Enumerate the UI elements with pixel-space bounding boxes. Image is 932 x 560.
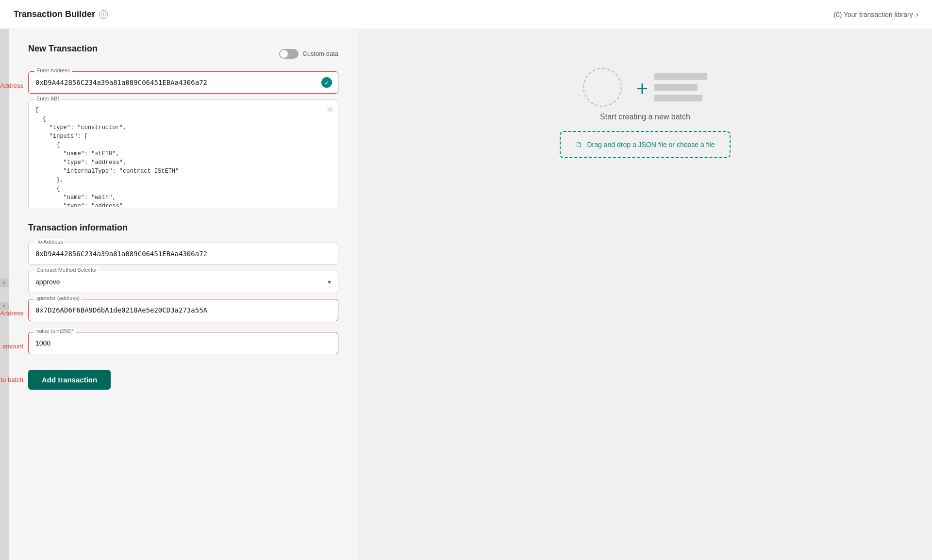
custom-data-toggle-container: Custom data <box>279 49 338 59</box>
pufeth-amount-annotation: pufETH amount <box>0 343 23 350</box>
header-left: Transaction Builder ⓘ <box>14 9 108 19</box>
main-layout: » » New Transaction Custom data PufferVa… <box>0 29 932 560</box>
left-panel: New Transaction Custom data PufferVaultV… <box>9 29 358 560</box>
value-row: pufETH amount value (uint256)* <box>28 332 338 360</box>
library-link[interactable]: (0) Your transaction library › <box>833 10 918 19</box>
transaction-info-title: Transaction information <box>28 223 338 233</box>
address-check-icon: ✓ <box>321 77 332 88</box>
method-selector-label: Contract Method Selector <box>34 267 99 273</box>
value-field-wrapper: value (uint256)* <box>28 332 338 360</box>
dashed-circle <box>583 68 622 107</box>
line-bar-1 <box>654 73 707 80</box>
spender-row: ValidatorTicket Address spender (address… <box>28 299 338 327</box>
library-link-text: (0) Your transaction library <box>833 11 913 18</box>
right-panel: + Start creating a new batch 🗋 Drag and … <box>358 29 932 560</box>
to-address-container: To Address <box>28 243 338 265</box>
spender-field-wrapper: spender (address) <box>28 299 338 327</box>
enter-address-input-container: Enter Address ✓ <box>28 71 338 94</box>
drop-zone-text: Drag and drop a JSON file or choose a fi… <box>587 141 715 148</box>
new-transaction-title: New Transaction <box>28 44 98 54</box>
dashed-circle-wrapper <box>583 68 627 107</box>
to-address-label: To Address <box>34 239 65 245</box>
library-chevron-icon: › <box>916 10 918 19</box>
value-label: value (uint256)* <box>34 328 76 334</box>
abi-textarea[interactable]: [ { "type": "constructor", "inputs": [ {… <box>29 100 338 207</box>
add-transaction-button[interactable]: Add transaction <box>28 370 111 390</box>
app-header: Transaction Builder ⓘ (0) Your transacti… <box>0 0 932 29</box>
line-bar-3 <box>654 95 702 101</box>
new-transaction-header: New Transaction Custom data <box>28 44 338 64</box>
plus-lines-group: + <box>636 73 708 101</box>
enter-address-field-wrapper: Enter Address ✓ <box>28 71 338 99</box>
transaction-info-section: Transaction information To Address Contr… <box>28 223 338 390</box>
value-input-container: value (uint256)* <box>28 332 338 354</box>
line-bar-2 <box>654 84 698 91</box>
plus-icon: + <box>636 77 649 100</box>
spender-label: spender (address) <box>34 295 82 301</box>
add-to-batch-annotation: Add to batch <box>0 376 23 383</box>
sidebar-toggle-left[interactable]: » » <box>0 29 9 560</box>
lines-stack <box>654 73 707 101</box>
file-icon: 🗋 <box>575 141 582 148</box>
to-address-input[interactable] <box>29 243 338 264</box>
spender-input-container: spender (address) <box>28 299 338 321</box>
add-batch-row: Add to batch Add transaction <box>28 370 338 390</box>
enter-address-input[interactable] <box>29 72 338 93</box>
enter-address-label: Enter Address <box>34 67 72 73</box>
custom-data-label: Custom data <box>302 50 338 57</box>
enter-address-row: PufferVaultV2 Address Enter Address ✓ <box>28 71 338 99</box>
enter-abi-label: Enter ABI <box>34 96 61 101</box>
abi-copy-icon[interactable]: ⊞ <box>327 105 333 113</box>
sidebar-toggle-btn-top[interactable]: » <box>0 279 9 287</box>
spender-input[interactable] <box>29 299 338 321</box>
info-icon[interactable]: ⓘ <box>99 10 108 19</box>
puffer-vault-annotation: PufferVaultV2 Address <box>0 82 23 89</box>
method-selector-container: Contract Method Selector approve ▾ <box>28 271 338 293</box>
validator-ticket-annotation: ValidatorTicket Address <box>0 310 23 317</box>
custom-data-toggle[interactable] <box>279 49 299 59</box>
app-title: Transaction Builder <box>14 9 95 19</box>
illustration-wrapper: + <box>583 68 708 107</box>
batch-illustration: + Start creating a new batch 🗋 Drag and … <box>560 68 730 158</box>
enter-abi-container: Enter ABI ⊞ [ { "type": "constructor", "… <box>28 99 338 209</box>
batch-text: Start creating a new batch <box>600 113 690 121</box>
method-selector-select[interactable]: approve <box>29 271 338 293</box>
value-input[interactable] <box>29 332 338 354</box>
drop-zone[interactable]: 🗋 Drag and drop a JSON file or choose a … <box>560 131 730 158</box>
